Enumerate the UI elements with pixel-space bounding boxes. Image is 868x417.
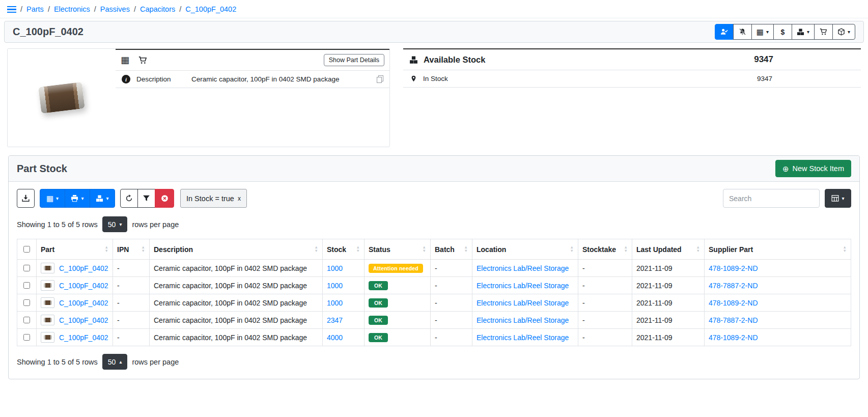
status-badge: OK <box>369 298 388 308</box>
row-checkbox[interactable] <box>23 334 30 341</box>
barcode-actions-dropdown[interactable]: ▦ ▾ <box>751 24 774 40</box>
part-link[interactable]: C_100pF_0402 <box>59 316 108 324</box>
stock-cell: 1000 <box>323 260 365 277</box>
barcode-dropdown[interactable]: ▦ ▾ <box>40 189 65 208</box>
location-link[interactable]: Electronics Lab/Reel Storage <box>477 333 569 342</box>
location-link[interactable]: Electronics Lab/Reel Storage <box>477 282 569 290</box>
batch-cell: - <box>431 312 472 329</box>
breadcrumb-item-current-part[interactable]: C_100pF_0402 <box>185 5 236 13</box>
supplier-part-link[interactable]: 478-1089-2-ND <box>709 264 758 272</box>
sort-icon <box>142 246 145 253</box>
stock-link[interactable]: 4000 <box>327 333 343 342</box>
page-size-dropdown[interactable]: 50 ▴ <box>102 354 128 370</box>
subscribed-button[interactable] <box>715 24 734 40</box>
supplier-part-link[interactable]: 478-1089-2-ND <box>709 299 758 307</box>
column-header-part[interactable]: Part <box>37 239 113 260</box>
rows-per-page-label: rows per page <box>132 358 179 366</box>
part-link[interactable]: C_100pF_0402 <box>59 333 108 342</box>
row-checkbox[interactable] <box>23 317 30 323</box>
location-link[interactable]: Electronics Lab/Reel Storage <box>477 299 569 307</box>
part-thumbnail <box>41 297 54 308</box>
in-stock-value: 9347 <box>757 75 854 82</box>
table-row: C_100pF_0402 - Ceramic capacitor, 100pF … <box>17 260 851 277</box>
breadcrumb-item-passives[interactable]: Passives <box>100 5 130 13</box>
stock-actions-dropdown[interactable]: ▾ <box>792 24 815 40</box>
export-button[interactable] <box>17 189 35 208</box>
search-input[interactable] <box>723 189 820 208</box>
column-header-stock[interactable]: Stock <box>323 239 365 260</box>
menu-icon[interactable] <box>7 6 16 13</box>
breadcrumb-item-capacitors[interactable]: Capacitors <box>140 5 175 13</box>
breadcrumb-separator: / <box>48 5 50 13</box>
filter-chip-remove[interactable]: x <box>238 195 241 202</box>
part-image[interactable] <box>8 49 116 147</box>
last-updated-cell: 2021-11-09 <box>632 312 705 329</box>
price-information-button[interactable]: $ <box>773 24 792 40</box>
boxes-icon <box>797 28 804 36</box>
order-part-button[interactable] <box>814 24 833 40</box>
breadcrumb-item-parts[interactable]: Parts <box>26 5 44 13</box>
refresh-button[interactable] <box>120 189 138 208</box>
supplier-part-cell: 478-7887-2-ND <box>705 312 851 329</box>
breadcrumb-separator: / <box>179 5 181 13</box>
show-part-details-button[interactable]: Show Part Details <box>324 54 384 66</box>
row-checkbox[interactable] <box>23 282 30 289</box>
unsubscribe-button[interactable] <box>733 24 752 40</box>
stock-link[interactable]: 1000 <box>327 282 343 290</box>
clear-filters-button[interactable] <box>155 189 174 208</box>
stocktake-cell: - <box>578 277 632 294</box>
download-icon <box>22 194 30 202</box>
page-size-value: 50 <box>108 358 116 366</box>
column-header-status[interactable]: Status <box>365 239 431 260</box>
breadcrumb-item-electronics[interactable]: Electronics <box>54 5 90 13</box>
stocktake-cell: - <box>578 294 632 312</box>
column-header-supplier-part[interactable]: Supplier Part <box>705 239 851 260</box>
part-thumbnail <box>41 280 54 291</box>
row-checkbox[interactable] <box>23 265 30 271</box>
filter-chip-label: In Stock = true <box>186 194 234 203</box>
cart-icon <box>138 56 147 65</box>
page-header: C_100pF_0402 ▦ ▾ $ ▾ ▾ <box>4 21 864 43</box>
column-header-location[interactable]: Location <box>472 239 578 260</box>
description-row: i Description Ceramic capacitor, 100pF i… <box>116 71 389 88</box>
column-header-ipn[interactable]: IPN <box>113 239 150 260</box>
part-cell: C_100pF_0402 <box>37 312 113 329</box>
status-badge: OK <box>369 333 388 342</box>
supplier-part-link[interactable]: 478-7887-2-ND <box>709 282 758 290</box>
table-icon <box>831 194 839 202</box>
chevron-down-icon: ▾ <box>81 196 83 201</box>
supplier-part-link[interactable]: 478-7887-2-ND <box>709 316 758 324</box>
stock-link[interactable]: 2347 <box>327 316 343 324</box>
supplier-part-link[interactable]: 478-1089-2-ND <box>709 333 758 342</box>
column-header-description[interactable]: Description <box>150 239 323 260</box>
page-size-dropdown[interactable]: 50 ▾ <box>102 216 128 232</box>
column-header-stocktake[interactable]: Stocktake <box>578 239 632 260</box>
location-link[interactable]: Electronics Lab/Reel Storage <box>477 264 569 272</box>
x-circle-icon <box>161 194 169 202</box>
part-options-dropdown[interactable]: ▾ <box>832 24 855 40</box>
part-link[interactable]: C_100pF_0402 <box>59 299 108 307</box>
stock-link[interactable]: 1000 <box>327 299 343 307</box>
breadcrumb: / Parts / Electronics / Passives / Capac… <box>0 0 868 18</box>
table-row: C_100pF_0402 - Ceramic capacitor, 100pF … <box>17 312 851 329</box>
batch-cell: - <box>431 329 472 346</box>
select-all-checkbox[interactable] <box>23 246 30 253</box>
part-cell: C_100pF_0402 <box>37 329 113 346</box>
ipn-cell: - <box>113 312 150 329</box>
copy-icon[interactable] <box>377 75 383 83</box>
column-toggle-dropdown[interactable]: ▾ <box>825 189 851 208</box>
location-link[interactable]: Electronics Lab/Reel Storage <box>477 316 569 324</box>
part-link[interactable]: C_100pF_0402 <box>59 282 108 290</box>
column-header-last-updated[interactable]: Last Updated <box>632 239 705 260</box>
stock-options-dropdown[interactable]: ▾ <box>90 189 115 208</box>
sort-icon <box>105 246 108 253</box>
info-icon: i <box>122 75 130 84</box>
print-dropdown[interactable]: ▾ <box>65 189 90 208</box>
column-header-batch[interactable]: Batch <box>431 239 472 260</box>
filter-button[interactable] <box>137 189 155 208</box>
row-checkbox[interactable] <box>23 299 30 306</box>
part-link[interactable]: C_100pF_0402 <box>59 264 108 272</box>
stock-link[interactable]: 1000 <box>327 264 343 272</box>
description-cell: Ceramic capacitor, 100pF in 0402 SMD pac… <box>150 312 323 329</box>
new-stock-item-button[interactable]: ⊕ New Stock Item <box>775 160 851 177</box>
